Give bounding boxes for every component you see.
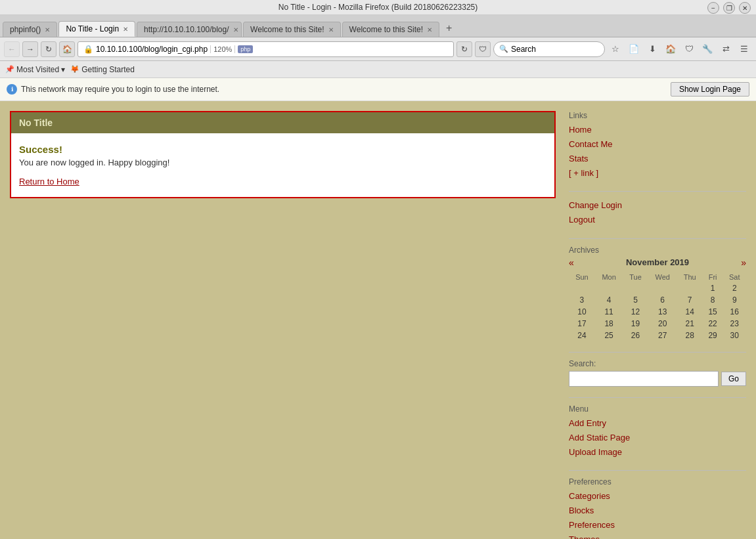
link-add[interactable]: [ + link ] xyxy=(569,166,746,181)
calendar-day[interactable]: 3 xyxy=(569,294,595,306)
tab-close-icon[interactable]: ✕ xyxy=(233,26,238,33)
tab-blog-url[interactable]: http://10.10.10.100/blog/ ✕ xyxy=(137,22,242,37)
menu-icon[interactable]: ☰ xyxy=(736,41,752,57)
forward-button[interactable]: → xyxy=(22,41,38,57)
tab-no-title-login[interactable]: No Title - Login ✕ xyxy=(58,21,135,37)
tab-phpinfo[interactable]: phpinfo() ✕ xyxy=(3,22,57,37)
calendar-day[interactable]: 2 xyxy=(723,282,746,294)
calendar-day[interactable]: 29 xyxy=(703,330,723,341)
shield-icon: 🛡 xyxy=(475,41,491,57)
calendar-day[interactable]: 10 xyxy=(569,306,595,318)
link-home[interactable]: Home xyxy=(569,123,746,137)
archives-label: Archives xyxy=(569,246,746,255)
bookmark-label: Most Visited xyxy=(16,65,59,74)
pref-preferences[interactable]: Preferences xyxy=(569,518,746,532)
home-icon[interactable]: 🏠 xyxy=(663,41,678,57)
calendar-day[interactable]: 19 xyxy=(623,318,648,330)
calendar-day[interactable]: 7 xyxy=(677,294,703,306)
tab-label: http://10.10.10.100/blog/ xyxy=(144,25,229,34)
link-logout[interactable]: Logout xyxy=(569,213,746,227)
tab-close-icon[interactable]: ✕ xyxy=(45,26,50,33)
link-stats[interactable]: Stats xyxy=(569,152,746,166)
url-bar[interactable]: 🔒 10.10.10.100/blog/login_cgi.php 120% p… xyxy=(78,41,454,57)
chevron-down-icon: ▾ xyxy=(61,65,65,74)
blog-search-input[interactable] xyxy=(569,371,719,387)
show-login-button[interactable]: Show Login Page xyxy=(671,82,749,97)
pref-themes[interactable]: Themes xyxy=(569,532,746,539)
tab-label: No Title - Login xyxy=(66,24,119,33)
home-button[interactable]: 🏠 xyxy=(59,41,75,57)
menu-add-entry[interactable]: Add Entry xyxy=(569,416,746,431)
calendar-day[interactable]: 9 xyxy=(723,294,746,306)
pref-categories[interactable]: Categories xyxy=(569,489,746,504)
reload-button[interactable]: ↻ xyxy=(41,41,56,57)
calendar-day[interactable]: 24 xyxy=(569,330,595,341)
calendar-day[interactable]: 1 xyxy=(703,282,723,294)
back-button[interactable]: ← xyxy=(4,41,20,57)
tab-label: Welcome to this Site! xyxy=(250,25,324,34)
close-button[interactable]: ✕ xyxy=(739,2,751,14)
pref-blocks[interactable]: Blocks xyxy=(569,504,746,518)
calendar-day[interactable]: 20 xyxy=(648,318,677,330)
search-go-button[interactable]: Go xyxy=(721,372,746,386)
link-change-login[interactable]: Change Login xyxy=(569,198,746,213)
search-bar[interactable]: 🔍 Search xyxy=(493,41,605,57)
bookmark-most-visited[interactable]: 📌 Most Visited ▾ xyxy=(5,65,65,74)
calendar-day[interactable]: 23 xyxy=(723,318,746,330)
security-icon[interactable]: 🛡 xyxy=(681,41,697,57)
calendar-day[interactable]: 15 xyxy=(703,306,723,318)
calendar-day[interactable]: 22 xyxy=(703,318,723,330)
calendar-day[interactable]: 13 xyxy=(648,306,677,318)
tools-icon[interactable]: 🔧 xyxy=(700,41,715,57)
menu-upload-image[interactable]: Upload Image xyxy=(569,445,746,460)
tab-close-icon[interactable]: ✕ xyxy=(123,26,128,33)
calendar-day[interactable]: 28 xyxy=(677,330,703,341)
calendar-day[interactable]: 21 xyxy=(677,318,703,330)
cal-wed: Wed xyxy=(648,272,677,282)
calendar-day[interactable]: 17 xyxy=(569,318,595,330)
calendar-day[interactable]: 6 xyxy=(648,294,677,306)
search-placeholder: Search xyxy=(511,45,536,54)
bookmark-getting-started[interactable]: 🦊 Getting Started xyxy=(70,65,135,74)
return-home-link[interactable]: Return to Home xyxy=(19,177,79,186)
sync-icon[interactable]: ⇄ xyxy=(718,41,734,57)
account-section: Change Login Logout xyxy=(569,198,746,227)
tab-close-icon[interactable]: ✕ xyxy=(427,26,432,33)
calendar-prev-button[interactable]: « xyxy=(569,257,574,268)
link-contact[interactable]: Contact Me xyxy=(569,137,746,152)
content-area: No Title Success! You are now logged in.… xyxy=(0,101,756,539)
bookmark-label: Getting Started xyxy=(81,65,135,74)
calendar-day[interactable]: 27 xyxy=(648,330,677,341)
calendar-day[interactable]: 14 xyxy=(677,306,703,318)
window-controls: − ❐ ✕ xyxy=(707,2,751,14)
new-tab-button[interactable]: + xyxy=(441,20,457,37)
tab-welcome-2[interactable]: Welcome to this Site! ✕ xyxy=(342,22,440,37)
reader-icon[interactable]: 📄 xyxy=(626,41,642,57)
cal-tue: Tue xyxy=(623,272,648,282)
calendar-next-button[interactable]: » xyxy=(741,257,746,268)
cal-thu: Thu xyxy=(677,272,703,282)
calendar-day[interactable]: 18 xyxy=(595,318,623,330)
notification-icon: ℹ xyxy=(7,84,17,95)
calendar-day[interactable]: 5 xyxy=(623,294,648,306)
calendar-day[interactable]: 26 xyxy=(623,330,648,341)
calendar-day[interactable]: 12 xyxy=(623,306,648,318)
tab-close-icon[interactable]: ✕ xyxy=(328,26,334,33)
divider-5 xyxy=(569,470,746,471)
calendar-day[interactable]: 25 xyxy=(595,330,623,341)
calendar-day[interactable]: 4 xyxy=(595,294,623,306)
minimize-button[interactable]: − xyxy=(707,2,719,14)
calendar-day[interactable]: 8 xyxy=(703,294,723,306)
refresh-button[interactable]: ↻ xyxy=(456,41,472,57)
bookmark-star-icon[interactable]: ☆ xyxy=(608,41,623,57)
tab-bar: phpinfo() ✕ No Title - Login ✕ http://10… xyxy=(0,15,756,37)
title-bar: No Title - Login - Mozilla Firefox (Buil… xyxy=(0,0,756,15)
calendar-day[interactable]: 11 xyxy=(595,306,623,318)
menu-add-static[interactable]: Add Static Page xyxy=(569,431,746,445)
calendar-day[interactable]: 30 xyxy=(723,330,746,341)
download-icon[interactable]: ⬇ xyxy=(644,41,660,57)
calendar-day[interactable]: 16 xyxy=(723,306,746,318)
restore-button[interactable]: ❐ xyxy=(723,2,735,14)
tab-welcome-1[interactable]: Welcome to this Site! ✕ xyxy=(243,22,341,37)
calendar-week-row: 10111213141516 xyxy=(569,306,746,318)
